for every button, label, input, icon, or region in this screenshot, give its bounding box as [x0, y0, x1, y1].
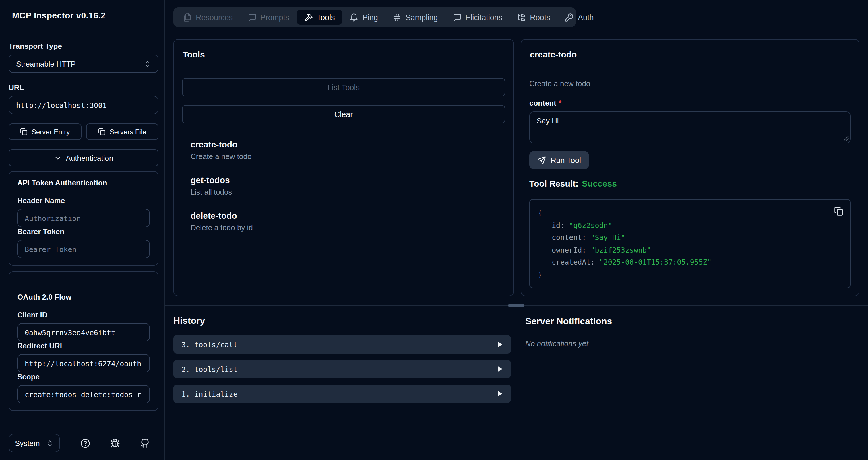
tool-detail-title: create-todo	[530, 50, 577, 59]
copy-result-button[interactable]	[834, 207, 843, 216]
copy-icon	[20, 128, 28, 135]
json-open-brace: {	[538, 207, 827, 219]
tools-panel-body: List Tools Clear create-todo Create a ne…	[174, 69, 513, 245]
expand-arrow-icon	[497, 341, 503, 347]
notifications-empty-text: No notifications yet	[525, 339, 868, 348]
tool-result-status: Success	[582, 178, 617, 188]
tab-prompts[interactable]: Prompts	[240, 10, 297, 25]
tab-resources[interactable]: Resources	[176, 10, 240, 25]
panel-resize-handle[interactable]	[508, 304, 524, 307]
tab-tools[interactable]: Tools	[297, 10, 342, 25]
tool-detail-description: Create a new todo	[529, 79, 851, 88]
server-entry-button[interactable]: Server Entry	[9, 123, 81, 140]
sidebar-footer: System	[0, 426, 164, 460]
tool-name: get-todos	[191, 174, 505, 186]
tools-panel-title: Tools	[183, 50, 205, 59]
tab-sampling[interactable]: Sampling	[385, 10, 445, 25]
run-tool-button[interactable]: Run Tool	[529, 151, 589, 169]
history-item-initialize[interactable]: 1. initialize	[174, 385, 511, 403]
url-group: URL	[9, 83, 158, 114]
transport-type-group: Transport Type Streamable HTTP	[9, 42, 158, 73]
tab-roots[interactable]: Roots	[510, 10, 558, 25]
tab-elicitations[interactable]: Elicitations	[445, 10, 510, 25]
scope-input[interactable]	[25, 390, 143, 399]
bearer-token-label: Bearer Token	[17, 227, 150, 236]
tab-bar: Resources Prompts Tools Ping Sampling El…	[174, 7, 576, 27]
tool-list-item-delete-todo[interactable]: delete-todo Delete a todo by id	[191, 210, 505, 232]
tool-detail-body: Create a new todo content * Say Hi Run T…	[521, 69, 859, 296]
json-field-ownerid: ownerId: "bzif253zswnb"	[538, 243, 827, 256]
bug-icon[interactable]	[110, 438, 120, 448]
tool-list-item-create-todo[interactable]: create-todo Create a new todo	[191, 139, 505, 161]
copy-icon	[834, 207, 843, 216]
bearer-token-input[interactable]	[25, 245, 143, 253]
chevrons-up-down-icon	[46, 439, 53, 447]
mcp-inspector-app: MCP Inspector v0.16.2 Transport Type Str…	[0, 0, 868, 460]
client-id-field-wrap	[17, 323, 150, 341]
copy-icon	[98, 128, 105, 135]
bell-icon	[350, 13, 359, 22]
servers-file-button[interactable]: Servers File	[86, 123, 158, 140]
github-icon[interactable]	[140, 438, 150, 448]
header-name-label: Header Name	[17, 196, 150, 205]
clear-button[interactable]: Clear	[182, 105, 505, 123]
tool-result-label: Tool Result:	[529, 178, 578, 188]
server-entry-label: Server Entry	[32, 128, 70, 136]
server-notifications-panel: Server Notifications No notifications ye…	[516, 306, 868, 460]
send-icon	[537, 156, 546, 164]
transport-type-select[interactable]: Streamable HTTP	[9, 55, 158, 73]
folder-tree-icon	[517, 13, 526, 22]
expand-arrow-icon	[497, 391, 503, 397]
panel-resize-divider	[165, 305, 868, 306]
files-icon	[183, 13, 192, 22]
authentication-toggle[interactable]: Authentication	[9, 149, 158, 166]
api-token-title: API Token Authentication	[17, 178, 150, 187]
redirect-url-field-wrap	[17, 354, 150, 372]
content-field-label-row: content *	[529, 99, 851, 107]
app-title: MCP Inspector v0.16.2	[12, 10, 105, 20]
tool-list-item-get-todos[interactable]: get-todos List all todos	[191, 174, 505, 197]
redirect-url-label: Redirect URL	[17, 341, 150, 350]
tool-name: delete-todo	[191, 210, 505, 222]
oauth-flow-title: OAuth 2.0 Flow	[17, 293, 150, 301]
tool-list: create-todo Create a new todo get-todos …	[182, 139, 505, 232]
tab-auth[interactable]: Auth	[558, 10, 601, 25]
tools-panel-header: Tools	[174, 40, 513, 69]
history-title: History	[174, 316, 511, 326]
content-textarea[interactable]: Say Hi	[529, 111, 851, 143]
run-tool-label: Run Tool	[551, 156, 581, 164]
json-field-createdat: createdAt: "2025-08-01T15:37:05.955Z"	[538, 256, 827, 268]
sidebar-scroll-area[interactable]: Transport Type Streamable HTTP URL Serve…	[0, 30, 164, 426]
client-id-input[interactable]	[25, 328, 143, 337]
redirect-url-input[interactable]	[25, 359, 143, 368]
tool-result-line: Tool Result:Success	[529, 178, 851, 188]
header-name-input[interactable]	[25, 214, 143, 222]
tab-ping[interactable]: Ping	[342, 10, 385, 25]
oauth-card: OAuth 2.0 Flow Client ID Redirect URL Sc…	[9, 271, 158, 411]
server-buttons-row: Server Entry Servers File	[9, 123, 158, 140]
tool-detail-panel: create-todo Create a new todo content * …	[521, 39, 859, 296]
tool-detail-header: create-todo	[521, 40, 859, 69]
history-item-tools-list[interactable]: 2. tools/list	[174, 360, 511, 378]
api-token-card: API Token Authentication Header Name Bea…	[9, 171, 158, 266]
tool-name: create-todo	[191, 139, 505, 151]
authentication-label: Authentication	[66, 154, 113, 162]
server-notifications-title: Server Notifications	[525, 316, 868, 327]
tab-label: Resources	[196, 13, 233, 22]
chevron-down-icon	[54, 154, 61, 162]
chevrons-up-down-icon	[144, 60, 151, 67]
main-area: Resources Prompts Tools Ping Sampling El…	[165, 0, 868, 460]
json-close-brace: }	[538, 268, 827, 281]
url-input[interactable]	[16, 101, 151, 109]
resize-grip-icon[interactable]	[843, 135, 849, 141]
history-item-tools-call[interactable]: 3. tools/call	[174, 335, 511, 354]
key-round-icon	[565, 13, 574, 22]
theme-select[interactable]: System	[9, 434, 60, 452]
expand-arrow-icon	[497, 366, 503, 372]
list-tools-button[interactable]: List Tools	[182, 78, 505, 96]
help-circle-icon[interactable]	[81, 438, 90, 448]
servers-file-label: Servers File	[110, 128, 146, 136]
tool-description: Delete a todo by id	[191, 223, 505, 232]
tab-label: Tools	[317, 13, 335, 22]
header-name-field-wrap	[17, 209, 150, 227]
